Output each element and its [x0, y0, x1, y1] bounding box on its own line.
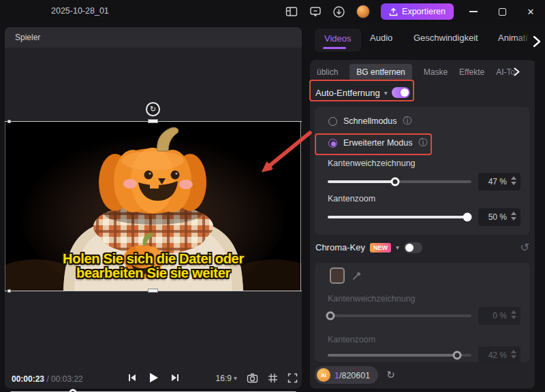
advanced-mode-option[interactable]: Erweiterter Modus ⓘ — [328, 137, 427, 149]
chroma-key-toggle[interactable] — [404, 242, 422, 253]
caret-down-icon[interactable]: ▾ — [396, 244, 399, 251]
step-backward-button[interactable] — [127, 373, 137, 382]
transport-bar: 00:00:23 / 00:03:22 16:9 ▾ — [5, 371, 302, 389]
chroma-edge-feather-label: Kantenweichzeichnung — [328, 294, 416, 304]
stepper-up-icon — [511, 310, 516, 314]
subtab-effekte[interactable]: Effekte — [459, 67, 484, 77]
edge-feather-knob[interactable] — [391, 178, 400, 186]
player-panel: Spieler — [5, 27, 302, 389]
selection-top-handle[interactable] — [148, 119, 158, 123]
export-button[interactable]: Exportieren — [381, 3, 454, 20]
usage-total: /820601 — [339, 371, 370, 380]
active-tab-underline — [323, 47, 346, 49]
properties-tab-bar: Videos Audio Geschwindigkeit Animati — [310, 27, 545, 60]
stepper-up-icon — [511, 350, 516, 353]
chroma-key-settings: Kantenweichzeichnung 0 % Kantenzoom 42 % — [315, 263, 530, 362]
seek-bar[interactable] — [10, 389, 296, 392]
edge-feather-slider[interactable] — [328, 180, 471, 183]
edge-feather-value[interactable]: 47 % — [478, 173, 520, 191]
ai-badge-icon: AI — [317, 368, 330, 382]
seek-knob[interactable] — [69, 389, 77, 392]
player-header: Spieler — [5, 27, 302, 48]
reset-icon[interactable]: ↺ — [520, 241, 529, 254]
rotate-handle-icon[interactable]: ↻ — [146, 102, 160, 116]
subtab-ueblich[interactable]: üblich — [317, 67, 338, 77]
caret-down-icon: ▾ — [234, 374, 237, 382]
stepper-down-icon — [511, 355, 516, 359]
step-forward-button[interactable] — [170, 373, 180, 382]
chroma-edge-zoom-label: Kantenzoom — [328, 335, 375, 344]
selection-topleft-handle[interactable] — [7, 120, 11, 123]
current-time: 00:00:23 — [12, 374, 44, 384]
total-time: 00:03:22 — [51, 374, 83, 384]
layout-panels-icon[interactable] — [285, 5, 298, 18]
ai-usage-pill[interactable]: AI 1/820601 — [315, 366, 378, 384]
subtab-maske[interactable]: Maske — [424, 67, 448, 77]
stepper-down-icon[interactable] — [511, 217, 516, 220]
project-title: 2025-10-28_01 — [51, 6, 109, 16]
timecode: 00:00:23 / 00:03:22 — [12, 374, 83, 384]
chroma-edge-feather-value: 0 % — [478, 307, 520, 325]
caption-line-1: Holen Sie sich die Datei oder — [5, 252, 302, 266]
chroma-edge-zoom-knob — [452, 351, 461, 360]
auto-removal-toggle[interactable] — [392, 87, 410, 98]
export-label: Exportieren — [402, 7, 446, 16]
bg-removal-settings: Schnellmodus ⓘ Erweiterter Modus ⓘ Kante… — [315, 107, 530, 235]
stepper-down-icon[interactable] — [511, 182, 516, 185]
info-icon[interactable]: ⓘ — [418, 137, 427, 149]
aspect-ratio-dropdown[interactable]: 16:9 ▾ — [216, 374, 237, 383]
snapshot-icon[interactable] — [247, 373, 258, 383]
fast-mode-option[interactable]: Schnellmodus ⓘ — [328, 115, 412, 127]
usage-current: 1 — [334, 371, 339, 380]
advanced-mode-label: Erweiterter Modus — [343, 138, 412, 148]
feedback-icon[interactable] — [309, 5, 322, 18]
video-preview[interactable]: Holen Sie sich die Datei oder bearbeiten… — [5, 121, 302, 291]
auto-removal-row: Auto-Entfernung ▾ — [315, 87, 410, 98]
user-avatar[interactable] — [356, 5, 370, 18]
edge-zoom-label: Kantenzoom — [328, 194, 375, 203]
player-title: Spieler — [15, 33, 40, 42]
grid-icon[interactable] — [268, 373, 278, 383]
radio-selected-icon[interactable] — [328, 139, 337, 148]
caret-down-icon[interactable]: ▾ — [384, 89, 388, 97]
fullscreen-icon[interactable] — [287, 373, 298, 383]
play-button[interactable] — [149, 372, 159, 383]
edge-zoom-value[interactable]: 50 % — [478, 208, 520, 226]
stepper-up-icon[interactable] — [511, 176, 516, 180]
stepper-up-icon[interactable] — [511, 212, 516, 215]
tab-audio[interactable]: Audio — [370, 33, 392, 43]
maximize-button[interactable] — [493, 4, 511, 19]
video-subtab-bar: üblich BG entfernen Maske Effekte AI-To — [317, 63, 532, 82]
eyedropper-icon[interactable] — [352, 271, 362, 281]
chevron-right-icon[interactable] — [514, 67, 520, 76]
tab-videos[interactable]: Videos — [315, 29, 361, 52]
selection-left-edge — [5, 121, 5, 291]
refresh-icon[interactable]: ↻ — [386, 369, 395, 381]
video-caption: Holen Sie sich die Datei oder bearbeiten… — [5, 252, 302, 280]
download-icon[interactable] — [332, 5, 345, 18]
selection-bottom-handle[interactable] — [148, 289, 158, 293]
chroma-edge-feather-slider — [328, 314, 471, 317]
subtab-bg-entfernen[interactable]: BG entfernen — [349, 64, 411, 80]
auto-removal-label: Auto-Entfernung — [315, 88, 380, 98]
edge-zoom-slider[interactable] — [328, 216, 471, 218]
color-swatch[interactable] — [330, 267, 345, 284]
chevron-right-icon[interactable] — [533, 35, 541, 48]
edge-feather-label: Kantenweichzeichnung — [328, 159, 416, 168]
tab-geschwindigkeit[interactable]: Geschwindigkeit — [414, 33, 478, 43]
edge-zoom-knob[interactable] — [463, 213, 471, 222]
chroma-edge-feather-knob — [326, 312, 335, 321]
selection-bottomleft-handle[interactable] — [7, 289, 11, 293]
close-button[interactable]: ✕ — [522, 4, 540, 19]
chroma-edge-zoom-value: 42 % — [478, 346, 520, 364]
title-bar: 2025-10-28_01 Exportieren ✕ — [0, 0, 545, 23]
new-badge: NEW — [370, 243, 391, 252]
upload-icon — [389, 7, 398, 16]
app-window: 2025-10-28_01 Exportieren ✕ Spieler — [0, 0, 545, 392]
fast-mode-label: Schnellmodus — [343, 116, 397, 126]
minimize-button[interactable] — [465, 4, 482, 19]
radio-unselected-icon[interactable] — [328, 117, 337, 126]
stepper-down-icon — [511, 316, 516, 319]
chroma-key-label: Chroma-Key — [315, 242, 365, 252]
info-icon[interactable]: ⓘ — [403, 115, 412, 127]
